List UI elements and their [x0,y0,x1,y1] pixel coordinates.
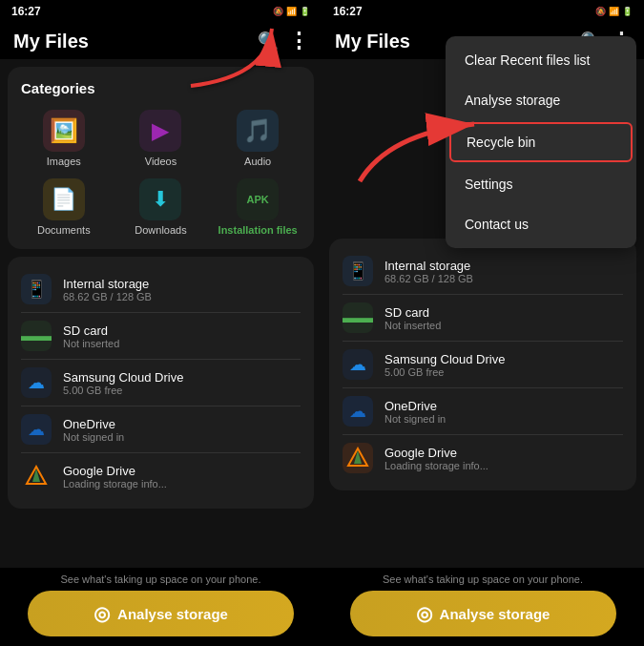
right-storage-sdcard[interactable]: ▬▬ SD card Not inserted [343,295,623,341]
right-time: 16:27 [333,5,363,18]
left-docs-label: Documents [37,224,91,236]
left-docs-icon: 📄 [43,178,85,220]
left-storage-onedrive[interactable]: ☁ OneDrive Not signed in [21,406,301,452]
left-storage-card: 📱 Internal storage 68.62 GB / 128 GB ▬▬ … [8,257,314,509]
left-images-label: Images [47,156,81,167]
right-signal-icon: 🔕 [595,7,606,16]
right-status-icons: 🔕 📶 🔋 [595,7,633,16]
left-sdcard-name: SD card [63,323,119,338]
right-sdcard-name: SD card [384,305,441,320]
right-analyse-button[interactable]: ◎ Analyse storage [350,591,616,636]
menu-contact-us[interactable]: Contact us [446,204,636,244]
left-top-bar: My Files 🔍 ⋮ [0,23,322,59]
left-time: 16:27 [11,5,41,18]
right-internal-name: Internal storage [384,259,473,273]
left-cat-audio[interactable]: 🎵 Audio [215,110,301,167]
left-categories-grid: 🖼️ Images ▶ Videos 🎵 Audio [21,110,301,236]
left-videos-label: Videos [145,156,177,167]
left-analyse-button[interactable]: ◎ Analyse storage [28,591,293,636]
left-samsung-name: Samsung Cloud Drive [63,370,183,385]
left-cat-downloads[interactable]: ⬇ Downloads [118,178,204,236]
left-cat-installation[interactable]: APK Installation files [215,178,301,236]
left-audio-label: Audio [244,156,271,167]
right-onedrive-sub: Not signed in [384,413,446,425]
right-storage-samsung[interactable]: ☁ Samsung Cloud Drive 5.00 GB free [343,342,623,387]
left-gdrive-sub: Loading storage info... [63,478,167,490]
left-audio-icon: 🎵 [237,110,279,152]
right-samsung-sub: 5.00 GB free [384,366,505,378]
left-samsung-sub: 5.00 GB free [63,385,183,396]
right-storage-card: 📱 Internal storage 68.62 GB / 128 GB ▬▬ … [329,239,636,490]
left-sdcard-icon: ▬▬ [21,321,52,351]
left-wifi-icon: 📶 [286,7,297,16]
left-downloads-label: Downloads [135,224,186,236]
right-onedrive-icon: ☁ [343,396,373,427]
left-status-icons: 🔕 📶 🔋 [273,7,310,16]
menu-analyse-storage[interactable]: Analyse storage [446,80,636,120]
right-battery-icon: 🔋 [622,7,633,16]
left-internal-icon: 📱 [21,274,52,304]
left-content: Categories 🖼️ Images ▶ Videos [0,59,322,568]
right-samsung-name: Samsung Cloud Drive [384,352,505,366]
left-images-icon: 🖼️ [43,110,85,152]
left-storage-internal[interactable]: 📱 Internal storage 68.62 GB / 128 GB [21,266,301,312]
right-bottom-text: See what's taking up space on your phone… [383,573,583,585]
left-cat-videos[interactable]: ▶ Videos [118,110,204,167]
left-storage-gdrive[interactable]: Google Drive Loading storage info... [21,453,301,499]
left-storage-sdcard[interactable]: ▬▬ SD card Not inserted [21,313,301,359]
right-gdrive-name: Google Drive [384,446,488,460]
left-onedrive-text: OneDrive Not signed in [63,417,124,443]
context-menu: Clear Recent files list Analyse storage … [446,36,636,248]
left-cat-documents[interactable]: 📄 Documents [21,178,107,236]
left-gdrive-name: Google Drive [63,464,167,478]
menu-clear-recent[interactable]: Clear Recent files list [446,40,636,80]
right-samsung-icon: ☁ [343,349,373,380]
left-top-icons: 🔍 ⋮ [258,29,308,53]
left-internal-name: Internal storage [63,277,152,291]
right-storage-onedrive[interactable]: ☁ OneDrive Not signed in [343,388,623,434]
right-internal-text: Internal storage 68.62 GB / 128 GB [384,259,473,284]
left-status-bar: 16:27 🔕 📶 🔋 [0,0,322,23]
left-analyse-icon: ◎ [93,602,110,625]
left-more-button[interactable]: ⋮ [288,29,308,53]
right-wifi-icon: 📶 [609,7,619,16]
right-analyse-label: Analyse storage [440,606,551,622]
right-onedrive-name: OneDrive [384,399,446,413]
left-gdrive-text: Google Drive Loading storage info... [63,464,167,490]
right-storage-internal[interactable]: 📱 Internal storage 68.62 GB / 128 GB [343,248,623,294]
right-page-title: My Files [335,31,410,52]
left-sdcard-text: SD card Not inserted [63,323,119,349]
right-storage-gdrive[interactable]: Google Drive Loading storage info... [343,435,623,481]
left-installation-label: Installation files [218,224,298,236]
left-installation-icon: APK [237,178,279,220]
menu-settings[interactable]: Settings [446,164,636,204]
right-gdrive-sub: Loading storage info... [384,460,488,471]
left-samsung-icon: ☁ [21,367,52,398]
left-phone-panel: 16:27 🔕 📶 🔋 My Files 🔍 ⋮ Categories [0,0,322,646]
left-analyse-label: Analyse storage [117,606,228,622]
left-bottom-text: See what's taking up space on your phone… [60,573,260,585]
menu-recycle-bin[interactable]: Recycle bin [449,122,633,162]
left-search-button[interactable]: 🔍 [258,31,279,52]
left-storage-samsung[interactable]: ☁ Samsung Cloud Drive 5.00 GB free [21,360,301,406]
right-sdcard-sub: Not inserted [384,320,441,331]
right-internal-icon: 📱 [343,256,373,286]
left-onedrive-icon: ☁ [21,414,52,445]
right-gdrive-icon [343,443,373,473]
left-bottom-area: See what's taking up space on your phone… [0,568,322,646]
left-categories-card: Categories 🖼️ Images ▶ Videos [8,67,314,249]
right-onedrive-text: OneDrive Not signed in [384,399,446,425]
right-analyse-icon: ◎ [416,602,432,625]
right-bottom-area: See what's taking up space on your phone… [322,568,644,646]
left-page-title: My Files [13,31,89,52]
left-internal-text: Internal storage 68.62 GB / 128 GB [63,277,152,302]
left-internal-sub: 68.62 GB / 128 GB [63,291,152,302]
left-onedrive-sub: Not signed in [63,431,124,443]
right-samsung-text: Samsung Cloud Drive 5.00 GB free [384,352,505,378]
left-battery-icon: 🔋 [300,7,310,16]
left-categories-heading: Categories [21,80,301,96]
left-cat-images[interactable]: 🖼️ Images [21,110,107,167]
left-onedrive-name: OneDrive [63,417,124,431]
left-signal-icon: 🔕 [273,7,283,16]
left-videos-icon: ▶ [139,110,181,152]
